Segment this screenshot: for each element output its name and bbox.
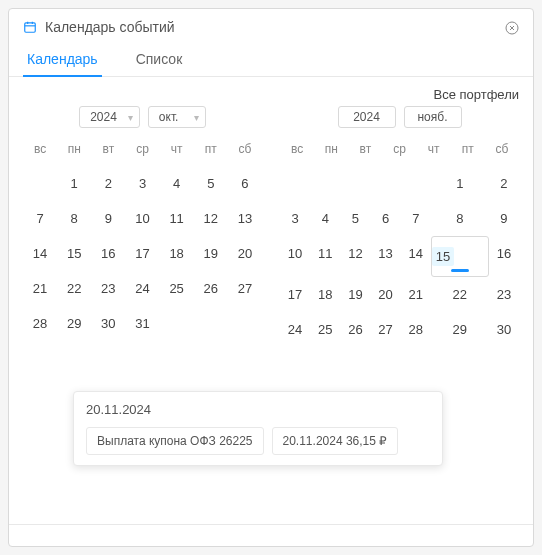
calendar-day[interactable]: 2 <box>489 166 519 201</box>
calendar-left: 2024 ▾ окт. ▾ вспнвтсрчтптсб .1234567891… <box>23 106 262 347</box>
calendar-day[interactable]: 28 <box>401 312 431 347</box>
calendar-day[interactable]: 1 <box>431 166 489 201</box>
bottom-bar <box>9 524 533 546</box>
calendar-day: . <box>280 166 310 201</box>
calendar-day[interactable]: 18 <box>310 277 340 312</box>
calendar-day[interactable]: 27 <box>228 271 262 306</box>
right-selectors: 2024 нояб. <box>280 106 519 128</box>
calendar-day[interactable]: 8 <box>57 201 91 236</box>
calendar-day[interactable]: 17 <box>280 277 310 312</box>
calendar-day[interactable]: 16 <box>91 236 125 271</box>
calendar-day[interactable]: 16 <box>489 236 519 277</box>
calendar-day[interactable]: 19 <box>340 277 370 312</box>
calendar-day[interactable]: 9 <box>489 201 519 236</box>
tabs: Календарь Список <box>9 43 533 77</box>
calendar-day[interactable]: 3 <box>125 166 159 201</box>
calendar-day[interactable]: 11 <box>160 201 194 236</box>
weekday-header-left: вспнвтсрчтптсб <box>23 136 262 162</box>
calendar-day[interactable]: 5 <box>194 166 228 201</box>
svg-rect-0 <box>25 23 36 32</box>
weekday-label: вт <box>91 136 125 162</box>
tooltip-row: Выплата купона ОФЗ 26225 20.11.2024 36,1… <box>86 427 436 455</box>
calendar-day[interactable]: 17 <box>125 236 159 271</box>
calendar-day[interactable]: 26 <box>340 312 370 347</box>
weekday-label: вс <box>280 136 314 162</box>
calendar-day[interactable]: 15 <box>431 236 489 277</box>
days-grid-right: .....12345678910111213141516171819202122… <box>280 166 519 347</box>
calendar-day[interactable]: 31 <box>125 306 159 341</box>
calendar-day[interactable]: 28 <box>23 306 57 341</box>
calendar-day[interactable]: 26 <box>194 271 228 306</box>
calendar-day[interactable]: 7 <box>401 201 431 236</box>
weekday-label: пн <box>57 136 91 162</box>
calendar-day[interactable]: 21 <box>23 271 57 306</box>
weekday-label: пт <box>451 136 485 162</box>
tab-calendar[interactable]: Календарь <box>23 43 102 77</box>
calendar-day[interactable]: 14 <box>401 236 431 277</box>
calendar-day[interactable]: 15 <box>57 236 91 271</box>
calendar-day[interactable]: 12 <box>194 201 228 236</box>
calendar-day[interactable]: 13 <box>228 201 262 236</box>
calendar-right: 2024 нояб. вспнвтсрчтптсб .....123456789… <box>280 106 519 347</box>
calendar-icon <box>23 20 37 34</box>
weekday-label: чт <box>160 136 194 162</box>
event-chip-detail[interactable]: 20.11.2024 36,15 ₽ <box>272 427 399 455</box>
calendar-day[interactable]: 25 <box>310 312 340 347</box>
calendar-day[interactable]: 2 <box>91 166 125 201</box>
calendar-day[interactable]: 10 <box>280 236 310 277</box>
calendar-day[interactable]: 4 <box>310 201 340 236</box>
calendar-day[interactable]: 25 <box>160 271 194 306</box>
weekday-label: ср <box>382 136 416 162</box>
calendar-day[interactable]: 24 <box>125 271 159 306</box>
calendar-day[interactable]: 11 <box>310 236 340 277</box>
calendar-day[interactable]: 29 <box>57 306 91 341</box>
calendar-day[interactable]: 30 <box>489 312 519 347</box>
calendar-day[interactable]: 14 <box>23 236 57 271</box>
calendar-day[interactable]: 30 <box>91 306 125 341</box>
weekday-header-right: вспнвтсрчтптсб <box>280 136 519 162</box>
weekday-label: вт <box>348 136 382 162</box>
calendar-day[interactable]: 29 <box>431 312 489 347</box>
calendar-day[interactable]: 6 <box>370 201 400 236</box>
calendar-day: . <box>23 166 57 201</box>
portfolios-link[interactable]: Все портфели <box>433 87 519 102</box>
calendar-day[interactable]: 1 <box>57 166 91 201</box>
calendar-day[interactable]: 23 <box>91 271 125 306</box>
calendar-day[interactable]: 9 <box>91 201 125 236</box>
calendar-day[interactable]: 27 <box>370 312 400 347</box>
calendar-day[interactable]: 23 <box>489 277 519 312</box>
month-select-right[interactable]: нояб. <box>404 106 462 128</box>
calendar-day[interactable]: 12 <box>340 236 370 277</box>
calendar-day[interactable]: 20 <box>228 236 262 271</box>
calendar-day[interactable]: 21 <box>401 277 431 312</box>
calendar-day[interactable]: 19 <box>194 236 228 271</box>
calendar-day[interactable]: 13 <box>370 236 400 277</box>
calendar-day[interactable]: 22 <box>431 277 489 312</box>
calendar-day[interactable]: 18 <box>160 236 194 271</box>
calendar-day[interactable]: 22 <box>57 271 91 306</box>
calendar-day[interactable]: 24 <box>280 312 310 347</box>
calendar-day[interactable]: 3 <box>280 201 310 236</box>
tab-list[interactable]: Список <box>132 43 187 77</box>
calendar-day[interactable]: 5 <box>340 201 370 236</box>
events-calendar-panel: Календарь событий Календарь Список Все п… <box>8 8 534 547</box>
days-grid-left: .123456789101112131415161718192021222324… <box>23 166 262 341</box>
panel-header: Календарь событий <box>9 9 533 43</box>
close-button[interactable] <box>503 19 521 37</box>
weekday-label: пн <box>314 136 348 162</box>
panel-title: Календарь событий <box>45 19 175 35</box>
calendar-day: . <box>310 166 340 201</box>
calendar-day[interactable]: 20 <box>370 277 400 312</box>
month-select-left[interactable]: окт. ▾ <box>148 106 206 128</box>
year-select-left[interactable]: 2024 ▾ <box>79 106 140 128</box>
weekday-label: сб <box>228 136 262 162</box>
calendar-day[interactable]: 4 <box>160 166 194 201</box>
calendar-day[interactable]: 6 <box>228 166 262 201</box>
calendar-day[interactable]: 10 <box>125 201 159 236</box>
event-chip-label[interactable]: Выплата купона ОФЗ 26225 <box>86 427 264 455</box>
weekday-label: ср <box>125 136 159 162</box>
year-select-right[interactable]: 2024 <box>338 106 396 128</box>
calendar-day[interactable]: 7 <box>23 201 57 236</box>
calendar-day[interactable]: 8 <box>431 201 489 236</box>
tooltip-date: 20.11.2024 <box>86 402 436 417</box>
